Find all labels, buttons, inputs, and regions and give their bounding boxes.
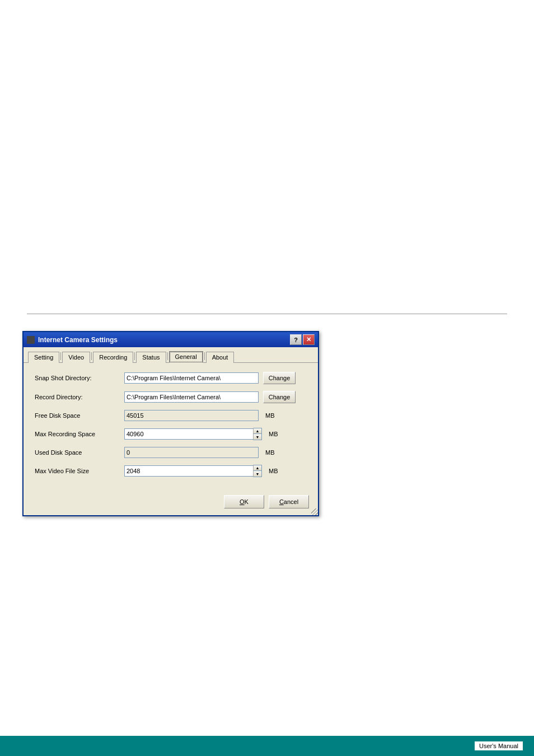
max-video-file-size-unit: MB [269,468,278,474]
dialog-content: Snap Shot Directory: Change Record Direc… [24,363,318,491]
tab-general[interactable]: General [169,351,203,363]
record-directory-input[interactable] [124,391,259,403]
ok-button[interactable]: OK [224,495,264,508]
snap-shot-directory-row: Snap Shot Directory: Change [35,372,307,384]
used-disk-space-unit: MB [265,449,275,456]
max-recording-space-spinner-buttons: ▲ ▼ [253,428,262,440]
tab-separator-3 [134,352,135,360]
snap-shot-change-button[interactable]: Change [263,372,296,384]
max-recording-space-label: Max Recording Space [35,431,124,437]
max-recording-space-spinner: ▲ ▼ [124,428,262,440]
middle-area: Internet Camera Settings ? ✕ Setting Vid… [0,314,534,533]
tab-video[interactable]: Video [62,352,90,363]
close-button[interactable]: ✕ [303,334,315,345]
dialog-titlebar: Internet Camera Settings ? ✕ [24,332,318,347]
free-disk-space-unit: MB [265,412,275,419]
bottom-bar: User's Manual [0,736,534,756]
bottom-bar-text: User's Manual [475,741,523,750]
max-video-file-size-spinner-buttons: ▲ ▼ [253,465,262,477]
max-video-file-size-up-button[interactable]: ▲ [254,465,261,471]
tab-separator-1 [60,352,61,360]
used-disk-space-input [124,447,259,458]
tab-setting[interactable]: Setting [28,352,59,363]
resize-handle[interactable] [311,508,318,515]
dialog-footer: OK Cancel [24,491,318,515]
max-video-file-size-input[interactable] [124,465,253,477]
free-disk-space-label: Free Disk Space [35,412,124,419]
max-recording-space-up-button[interactable]: ▲ [254,428,261,434]
titlebar-left: Internet Camera Settings [27,336,118,344]
snap-shot-directory-input[interactable] [124,372,259,384]
titlebar-buttons: ? ✕ [290,334,315,345]
max-recording-space-row: Max Recording Space ▲ ▼ MB [35,428,307,440]
dialog-title: Internet Camera Settings [38,336,118,344]
free-disk-space-row: Free Disk Space MB [35,410,307,421]
tab-about[interactable]: About [206,352,235,363]
record-change-button[interactable]: Change [263,391,296,403]
max-recording-space-down-button[interactable]: ▼ [254,434,261,440]
top-area [0,0,534,314]
used-disk-space-label: Used Disk Space [35,449,124,456]
tabs-area: Setting Video Recording Status General A… [24,347,318,363]
tab-recording[interactable]: Recording [93,352,133,363]
record-directory-label: Record Directory: [35,394,124,400]
free-disk-space-input [124,410,259,421]
used-disk-space-row: Used Disk Space MB [35,447,307,458]
used-disk-space-input-area: MB [124,447,307,458]
title-icon [27,336,35,344]
record-directory-input-area: Change [124,391,307,403]
max-video-file-size-down-button[interactable]: ▼ [254,471,261,477]
record-directory-row: Record Directory: Change [35,391,307,403]
max-recording-space-input-area: ▲ ▼ MB [124,428,307,440]
snap-shot-directory-label: Snap Shot Directory: [35,375,124,381]
cancel-button[interactable]: Cancel [269,495,309,508]
max-video-file-size-row: Max Video File Size ▲ ▼ MB [35,465,307,477]
max-video-file-size-spinner: ▲ ▼ [124,465,262,477]
max-recording-space-input[interactable] [124,428,253,440]
tab-separator-2 [91,352,92,360]
tab-separator-4 [167,352,168,360]
snap-shot-directory-input-area: Change [124,372,307,384]
tab-separator-5 [204,352,205,360]
max-video-file-size-label: Max Video File Size [35,468,124,474]
free-disk-space-input-area: MB [124,410,307,421]
max-recording-space-unit: MB [269,431,278,437]
help-button[interactable]: ? [290,334,302,345]
internet-camera-settings-dialog: Internet Camera Settings ? ✕ Setting Vid… [22,331,319,516]
tab-status[interactable]: Status [136,352,166,363]
max-video-file-size-input-area: ▲ ▼ MB [124,465,307,477]
